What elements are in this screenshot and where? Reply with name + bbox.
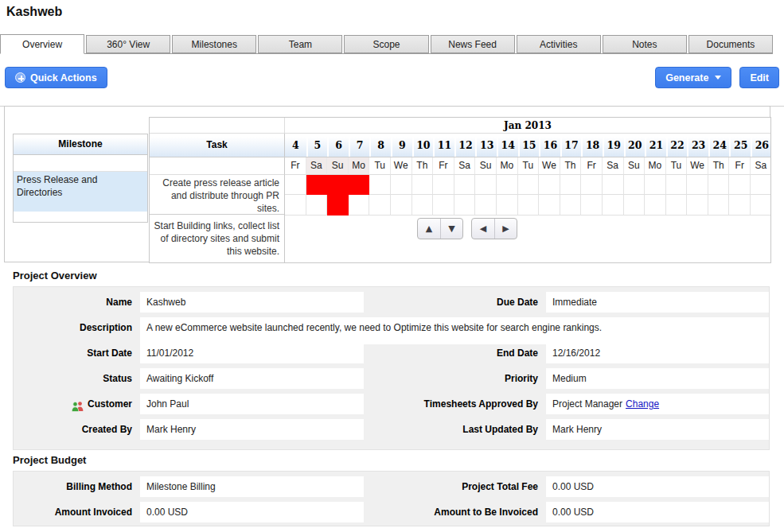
edit-button[interactable]: Edit bbox=[739, 67, 779, 88]
amount-to-be-invoiced-label: Amount to Be Invoiced bbox=[364, 502, 546, 522]
name-label: Name bbox=[14, 292, 140, 313]
name-value: Kashweb bbox=[140, 292, 364, 313]
billing-method-value: Milestone Billing bbox=[140, 476, 364, 497]
created-by-label: Created By bbox=[14, 419, 140, 440]
day-number: 20 bbox=[624, 134, 646, 157]
gantt-cell bbox=[475, 175, 497, 195]
day-number: 14 bbox=[497, 134, 518, 157]
tab-overview[interactable]: Overview bbox=[0, 34, 84, 54]
gantt-cell bbox=[518, 195, 540, 216]
quick-actions-label: Quick Actions bbox=[30, 72, 97, 83]
scroll-up-icon[interactable]: ▲ bbox=[418, 219, 440, 239]
gantt-cell bbox=[751, 175, 771, 195]
day-of-week: Fr bbox=[285, 157, 306, 175]
tab-360-view[interactable]: 360° View bbox=[86, 35, 170, 53]
project-overview-table: Name Kashweb Due Date Immediate Descript… bbox=[13, 286, 770, 450]
gantt-cell bbox=[369, 195, 391, 216]
chevron-down-icon bbox=[715, 76, 721, 80]
tab-documents[interactable]: Documents bbox=[688, 35, 773, 53]
gantt-grid bbox=[285, 175, 771, 263]
day-of-week: Mo bbox=[349, 157, 370, 175]
gantt-chart: Jan 2013 Task 45678910111213141516171819… bbox=[149, 117, 771, 263]
priority-label: Priority bbox=[364, 368, 546, 389]
day-of-week: Fr bbox=[433, 157, 454, 175]
last-updated-by-value: Mark Henry bbox=[546, 419, 769, 440]
gantt-weekday-row: FrSaSuMoTuWeThFrSaSuMoTuWeThFrSaSuMoTuWe… bbox=[150, 157, 770, 175]
amount-invoiced-label: Amount Invoiced bbox=[14, 502, 140, 522]
gantt-cell bbox=[475, 195, 497, 216]
last-updated-by-label: Last Updated By bbox=[364, 419, 546, 440]
amount-invoiced-value: 0.00 USD bbox=[140, 502, 364, 522]
gantt-cell bbox=[369, 175, 391, 195]
tab-news-feed[interactable]: News Feed bbox=[431, 35, 515, 53]
weekday-cells: FrSaSuMoTuWeThFrSaSuMoTuWeThFrSaSuMoTuWe… bbox=[285, 157, 771, 175]
tab-activities[interactable]: Activities bbox=[517, 35, 601, 53]
day-of-week: We bbox=[539, 157, 560, 175]
gantt-cell bbox=[518, 175, 540, 195]
end-date-value: 12/16/2012 bbox=[546, 343, 769, 363]
timesheets-approver: Project Manager bbox=[552, 398, 622, 410]
day-number: 10 bbox=[412, 134, 434, 157]
gantt-cell bbox=[412, 195, 434, 216]
gantt-cell bbox=[539, 195, 560, 216]
scroll-left-icon[interactable]: ◀ bbox=[472, 219, 494, 239]
milestone-empty-row bbox=[14, 155, 147, 172]
day-of-week: Tu bbox=[518, 157, 540, 175]
tab-scope[interactable]: Scope bbox=[344, 35, 428, 53]
gantt-cell bbox=[624, 175, 646, 195]
quick-actions-button[interactable]: Quick Actions bbox=[5, 67, 107, 88]
task-row: Start Building links, collect list of di… bbox=[150, 217, 284, 258]
gantt-cell bbox=[391, 175, 412, 195]
gantt-cell bbox=[729, 195, 751, 216]
tab-team[interactable]: Team bbox=[258, 35, 342, 53]
gantt-cell bbox=[497, 195, 518, 216]
generate-button[interactable]: Generate bbox=[655, 67, 731, 88]
gantt-cell bbox=[729, 175, 751, 195]
gantt-panel: Milestone Press Release and Directories … bbox=[4, 106, 770, 262]
description-label: Description bbox=[14, 317, 140, 338]
day-number: 8 bbox=[369, 134, 391, 157]
generate-label: Generate bbox=[665, 72, 708, 83]
task-column-header: Task bbox=[150, 134, 285, 157]
gantt-cell bbox=[581, 195, 603, 216]
day-of-week: Th bbox=[412, 157, 434, 175]
day-number: 18 bbox=[581, 134, 603, 157]
weekday-row-spacer bbox=[150, 157, 285, 175]
gantt-cell bbox=[603, 175, 624, 195]
horizontal-scroll-group: ◀ ▶ bbox=[471, 218, 517, 239]
scroll-right-icon[interactable]: ▶ bbox=[494, 219, 517, 239]
tab-milestones[interactable]: Milestones bbox=[172, 35, 256, 53]
gantt-cell bbox=[708, 175, 730, 195]
gantt-cell bbox=[285, 175, 306, 195]
day-of-week: Sa bbox=[454, 157, 476, 175]
action-bar: Quick Actions Generate Edit bbox=[5, 67, 779, 88]
change-approver-link[interactable]: Change bbox=[626, 398, 659, 410]
day-number: 6 bbox=[327, 134, 349, 157]
tab-notes[interactable]: Notes bbox=[603, 35, 687, 53]
customer-label: Customer bbox=[14, 394, 140, 414]
gantt-cell bbox=[391, 195, 412, 216]
tab-bar: Overview360° ViewMilestonesTeamScopeNews… bbox=[0, 33, 773, 54]
scroll-down-icon[interactable]: ▼ bbox=[440, 219, 462, 239]
day-of-week: Tu bbox=[666, 157, 688, 175]
start-date-value: 11/01/2012 bbox=[140, 343, 364, 363]
description-value: A new eCommerce website launched recentl… bbox=[140, 317, 769, 344]
day-of-week: We bbox=[391, 157, 412, 175]
page-title: Kashweb bbox=[6, 5, 62, 19]
gantt-cell bbox=[666, 175, 688, 195]
month-row-spacer bbox=[150, 118, 285, 133]
day-number: 21 bbox=[645, 134, 666, 157]
day-number: 13 bbox=[475, 134, 497, 157]
gantt-cell bbox=[666, 195, 688, 216]
task-row: Create press release article and distrib… bbox=[150, 175, 284, 215]
gantt-cell bbox=[560, 175, 582, 195]
day-number-row: 4567891011121314151617181920212223242526 bbox=[285, 134, 771, 157]
customer-value: John Paul bbox=[140, 394, 364, 414]
gantt-nav-controls: ▲ ▼ ◀ ▶ bbox=[417, 218, 517, 239]
gantt-cell bbox=[751, 195, 771, 216]
gantt-cell bbox=[285, 195, 306, 216]
timesheets-approved-by-value: Project ManagerChange bbox=[546, 394, 769, 414]
gantt-cell bbox=[539, 175, 560, 195]
priority-value: Medium bbox=[546, 368, 769, 389]
day-of-week: Th bbox=[708, 157, 730, 175]
